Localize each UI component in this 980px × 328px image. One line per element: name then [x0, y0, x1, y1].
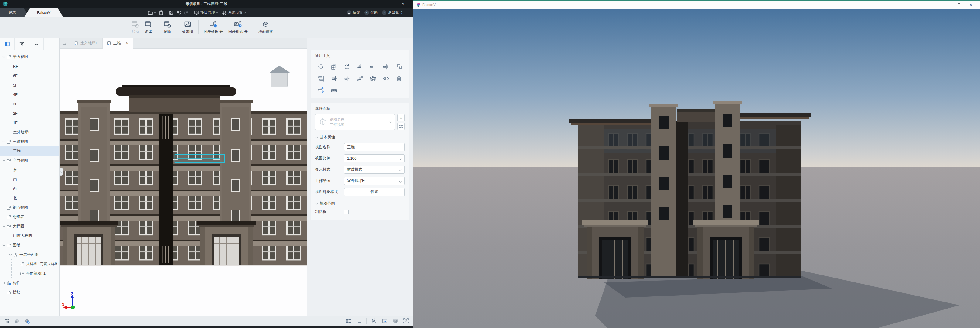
pop-out-view-icon[interactable]: [59, 38, 70, 48]
tree-item[interactable]: RF: [0, 62, 59, 71]
minimize-button[interactable]: [370, 0, 383, 8]
add-type-button[interactable]: +: [398, 114, 405, 121]
match-icon[interactable]: [396, 64, 402, 70]
locate-icon[interactable]: [29, 38, 44, 50]
tree-item[interactable]: 大样图: 门窗大样图: [0, 260, 59, 269]
close-button[interactable]: ×: [396, 0, 410, 8]
sidebar-collapse-handle[interactable]: [59, 168, 63, 175]
select-restore-icon[interactable]: [24, 318, 30, 324]
tree-item[interactable]: 剖面视图: [0, 203, 59, 212]
tree-item[interactable]: 西: [0, 184, 59, 193]
redo-button[interactable]: [184, 10, 189, 15]
array-icon[interactable]: [357, 75, 363, 82]
project-management-menu[interactable]: 项目管理: [194, 10, 218, 15]
tree-item[interactable]: 立面视图: [0, 156, 59, 165]
launch-button[interactable]: 启动: [131, 20, 139, 34]
move-icon[interactable]: [318, 64, 324, 70]
tree-item[interactable]: 平面视图: [0, 52, 59, 62]
type-settings-button[interactable]: [398, 123, 405, 130]
section-box-checkbox[interactable]: [344, 210, 348, 214]
view-tab-3d[interactable]: 三维 ×: [103, 38, 133, 49]
section-view-range[interactable]: 视图范围: [316, 201, 405, 206]
paste-button[interactable]: [159, 10, 166, 15]
chevron-down-icon[interactable]: [164, 11, 167, 13]
split-icon[interactable]: [383, 64, 390, 70]
trim-icon[interactable]: [370, 64, 377, 70]
tree-item[interactable]: 一层平面图: [0, 250, 59, 260]
close-button[interactable]: ×: [965, 1, 977, 9]
align-right-icon[interactable]: [331, 75, 337, 82]
align-left-icon[interactable]: [344, 75, 350, 82]
group-icon[interactable]: [370, 75, 377, 82]
tree-item[interactable]: 明细表: [0, 212, 59, 222]
tree-item[interactable]: 1F: [0, 118, 59, 127]
tree-item[interactable]: 图纸: [0, 240, 59, 250]
tree-item[interactable]: 2F: [0, 109, 59, 118]
rotate-icon[interactable]: [344, 64, 350, 70]
filter-icon[interactable]: [14, 38, 29, 50]
mirror-icon[interactable]: [383, 75, 390, 82]
logout-button[interactable]: →退出账号: [382, 10, 402, 15]
sync-modify-toggle[interactable]: 同步修改-开: [204, 20, 223, 34]
tree-item[interactable]: 6F: [0, 71, 59, 81]
tree-item[interactable]: 平面视图: 1F: [0, 269, 59, 278]
home-view-icon[interactable]: [267, 61, 292, 91]
detail-level-icon[interactable]: [345, 318, 352, 324]
zoom-fit-icon[interactable]: [402, 318, 409, 324]
view-performance-icon[interactable]: [381, 318, 388, 324]
tree-item[interactable]: 门窗大样图: [0, 231, 59, 240]
model-viewport[interactable]: Z X: [59, 49, 307, 316]
save-button[interactable]: [169, 10, 173, 15]
measure-icon[interactable]: [331, 87, 337, 94]
crop-view-icon[interactable]: [356, 318, 363, 324]
type-selector[interactable]: 视图名称三维视图: [315, 114, 395, 130]
chevron-down-icon[interactable]: [154, 11, 156, 13]
close-tab-icon[interactable]: ×: [126, 41, 129, 46]
feedback-button[interactable]: 反馈: [347, 10, 360, 15]
tab-falconv[interactable]: FalconV: [24, 8, 63, 17]
shaded-mode-icon[interactable]: [392, 318, 399, 324]
section-basic-properties[interactable]: 基本属性: [316, 135, 405, 140]
minimize-button[interactable]: [940, 1, 953, 9]
copy-icon[interactable]: [331, 64, 337, 70]
system-settings-menu[interactable]: 系统设置: [222, 10, 246, 15]
sync-camera-toggle[interactable]: 同步相机-开: [228, 20, 248, 34]
view-tab-site[interactable]: 室外地坪F: [70, 38, 103, 48]
refresh-button[interactable]: 刷新: [163, 20, 172, 34]
view-name-input[interactable]: [344, 143, 405, 151]
object-style-settings-button[interactable]: 设置: [344, 188, 405, 196]
work-plane-select[interactable]: 室外地坪F: [344, 177, 405, 185]
open-file-button[interactable]: [148, 10, 156, 15]
tree-item[interactable]: 三维: [0, 146, 59, 156]
tree-item[interactable]: 三维视图: [0, 137, 59, 146]
exit-button[interactable]: 退出: [145, 20, 153, 34]
tree-item[interactable]: 模块: [0, 288, 59, 297]
panel-toggle-icon[interactable]: [0, 38, 14, 50]
tree-item[interactable]: 5F: [0, 81, 59, 90]
tree-item[interactable]: 构件: [0, 278, 59, 288]
maximize-button[interactable]: [383, 0, 396, 8]
tree-item[interactable]: 4F: [0, 90, 59, 99]
trim-corner-icon[interactable]: [357, 64, 363, 70]
delete-icon[interactable]: [396, 75, 402, 82]
tab-architecture[interactable]: 建筑: [0, 8, 29, 17]
tree-item[interactable]: 室外地坪F: [0, 127, 59, 137]
view-scale-select[interactable]: 1:100: [344, 154, 405, 162]
help-button[interactable]: ?帮助: [364, 10, 378, 15]
render-image-button[interactable]: 效果图: [182, 20, 193, 34]
maximize-button[interactable]: [953, 1, 965, 9]
tree-item[interactable]: 南: [0, 175, 59, 184]
annotation-visibility-icon[interactable]: [371, 318, 377, 324]
tree-item[interactable]: 东: [0, 165, 59, 175]
ground-offset-button[interactable]: 地面偏移: [258, 20, 273, 34]
align-icon[interactable]: [318, 75, 324, 82]
select-faces-icon[interactable]: [14, 318, 20, 324]
select-elements-icon[interactable]: [4, 318, 10, 324]
undo-button[interactable]: [177, 10, 181, 15]
tree-item[interactable]: 大样图: [0, 222, 59, 231]
tree-item[interactable]: 3F: [0, 99, 59, 109]
tree-item[interactable]: 北: [0, 193, 59, 203]
offset-icon[interactable]: [318, 87, 324, 94]
display-mode-select[interactable]: 材质模式: [344, 166, 405, 174]
render-viewport[interactable]: [413, 9, 980, 328]
